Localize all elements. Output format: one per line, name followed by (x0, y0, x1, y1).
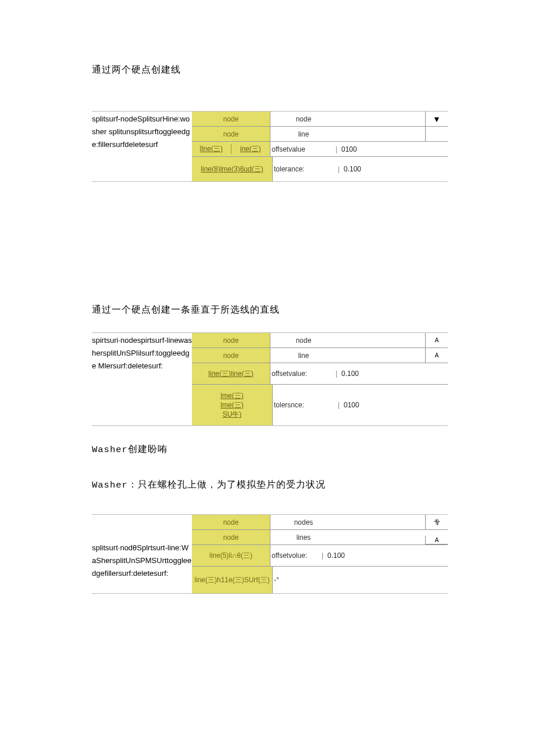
label-offsetvalue: offsetvolue: (270, 545, 322, 566)
label-dash: -° (273, 567, 338, 593)
heading-2: 通过一个硬点创建一条垂直于所选线的直线 (92, 304, 448, 316)
table-row: line(三)h11e(三)SUrf(三) -° (192, 567, 448, 593)
cell-node[interactable]: node (192, 530, 270, 544)
label-tolerance: tolerance: (273, 157, 338, 181)
table-row: node line A (192, 348, 448, 363)
heading-3: Washer创建盼哊 (92, 443, 448, 456)
panel-3: splitsurt·nodθSplrtsurt-line:WaShersplit… (92, 514, 448, 594)
caret-icon[interactable]: A (425, 333, 448, 347)
table-row: node lines A (192, 530, 448, 545)
heading-1: 通过两个硬点创建线 (92, 64, 448, 76)
label-tolerance: tolersnce: (273, 385, 338, 425)
table-row: line(三)line(三) offsetvalue: | 0.100 (192, 363, 448, 385)
table-row: line(5)li∩θ(三) offsetvolue: | 0.100 (192, 545, 448, 567)
cell-node[interactable]: node (192, 333, 270, 347)
triangle-down-icon[interactable]: ▼ (425, 112, 448, 126)
cell-node[interactable]: node (192, 348, 270, 363)
table-row: node node A (192, 333, 448, 348)
table-row: line(8)lme(3)6ud(三) tolerance: | 0.100 (192, 157, 448, 181)
cell-node-val: node (270, 112, 336, 126)
table-row: node node ▼ (192, 112, 448, 127)
cell-node[interactable]: node (192, 112, 270, 126)
cell-line-split[interactable]: lIne(三) ine(三) (192, 142, 270, 156)
dropdown-icon[interactable]: 专 (425, 515, 448, 529)
table-row: lme(三) lme(三) SU牛) tolersnce: | 0100 (192, 385, 448, 425)
label-offsetvalue: offsetvalue (270, 142, 336, 156)
panel-3-left-text: splitsurt·nodθSplrtsurt-line:WaShersplit… (92, 515, 192, 593)
caret-icon[interactable]: A (425, 536, 448, 544)
value-tolerance[interactable]: 0.100 (341, 157, 448, 181)
table-row: node line (192, 127, 448, 142)
cell-node[interactable]: node (192, 127, 270, 141)
panel-1: splitsurf-nodeSplitsurHine:wosher splitu… (92, 111, 448, 182)
value-offsetvalue[interactable]: 0.100 (339, 363, 448, 384)
table-row: lIne(三) ine(三) offsetvalue | 0100 (192, 142, 448, 157)
value-tolerance[interactable]: 0100 (341, 385, 448, 425)
heading-4: Washer：只在螺栓孔上做，为了模拟垫片的受力状况 (92, 479, 448, 491)
cell-line-surf[interactable]: line(三)h11e(三)SUrf(三) (192, 567, 273, 593)
cell-lineline[interactable]: line(三)line(三) (192, 363, 270, 384)
panel-2: spirtsuri·nodespirtsurf-linewashersplitU… (92, 332, 448, 426)
cell-node-val: node (270, 333, 336, 347)
value-offsetvalue[interactable]: 0.100 (325, 545, 448, 566)
cell-line-val: line (270, 127, 336, 141)
cell-line-multi[interactable]: lme(三) lme(三) SU牛) (192, 385, 273, 425)
cell-line5[interactable]: line(5)li∩θ(三) (192, 545, 270, 566)
cell-line-multi[interactable]: line(8)lme(3)6ud(三) (192, 157, 273, 181)
label-offsetvalue: offsetvalue: (270, 363, 336, 384)
cell-lines-val: lines (270, 530, 336, 544)
panel-1-left-text: splitsurf-nodeSplitsurHine:wosher splitu… (92, 112, 192, 181)
caret-icon[interactable]: A (425, 348, 448, 363)
value-offsetvalue[interactable]: 0100 (339, 142, 448, 156)
panel-2-left-text: spirtsuri·nodespirtsurf-linewashersplitU… (92, 333, 192, 425)
cell-node[interactable]: node (192, 515, 270, 529)
cell-line-val: line (270, 348, 336, 363)
cell-nodes-val: nodes (270, 515, 336, 529)
table-row: node nodes 专 (192, 515, 448, 530)
